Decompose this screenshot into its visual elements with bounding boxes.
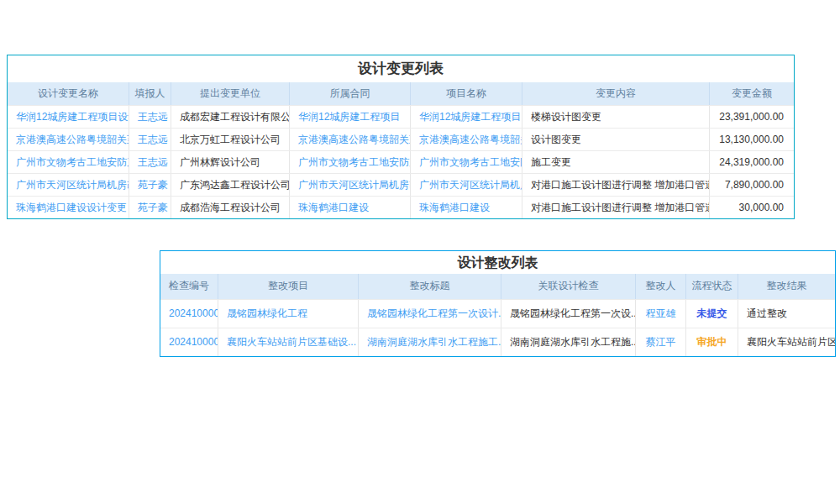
- change-name-link[interactable]: 华润12城房建工程项目设计...: [8, 106, 129, 128]
- table-row: 广州市天河区统计局机房改... 苑子豪 广东鸿达鑫工程设计公司 广州市天河区统计…: [8, 173, 794, 196]
- design-change-header-row: 设计变更名称 填报人 提出变更单位 所属合同 项目名称 变更内容 变更金额: [8, 82, 794, 105]
- design-rectify-header-row: 检查编号 整改项目 整改标题 关联设计检查 整改人 流程状态 整改结果: [160, 274, 835, 299]
- contract-link[interactable]: 华润12城房建工程项目: [289, 106, 410, 128]
- change-content-text: 楼梯设计图变更: [522, 106, 709, 128]
- change-name-link[interactable]: 珠海鹤港口建设设计变更: [8, 197, 129, 218]
- check-no-link[interactable]: 2024100002: [160, 300, 218, 328]
- proposing-unit-text: 成都宏建工程设计有限公司: [171, 106, 289, 128]
- change-amount-value: 7,890,000.00: [709, 174, 794, 196]
- proposing-unit-text: 广东鸿达鑫工程设计公司: [171, 174, 289, 196]
- related-check-text: 湖南洞庭湖水库引水工程施...: [501, 328, 635, 356]
- proposing-unit-text: 成都浩海工程设计公司: [171, 197, 289, 218]
- change-amount-value: 13,130,000.00: [709, 129, 794, 150]
- rectifier-link[interactable]: 程亚雄: [635, 300, 685, 328]
- rectify-project-link[interactable]: 襄阳火车站站前片区基础设...: [218, 328, 358, 356]
- col-header-change-amount: 变更金额: [709, 82, 794, 105]
- col-header-rectify-project: 整改项目: [218, 274, 358, 299]
- rectify-title-link[interactable]: 湖南洞庭湖水库引水工程施工...: [358, 328, 501, 356]
- col-header-change-content: 变更内容: [522, 82, 709, 105]
- proposing-unit-text: 北京万虹工程设计公司: [171, 129, 289, 150]
- design-change-list-title: 设计变更列表: [8, 55, 794, 82]
- col-header-rectify-result: 整改结果: [738, 274, 835, 299]
- rectify-title-link[interactable]: 晟铭园林绿化工程第一次设计...: [358, 300, 501, 328]
- table-row: 2024100001 襄阳火车站站前片区基础设... 湖南洞庭湖水库引水工程施工…: [160, 328, 835, 356]
- reporter-link[interactable]: 王志远: [129, 106, 171, 128]
- project-name-link[interactable]: 珠海鹤港口建设: [410, 197, 522, 218]
- table-row: 京港澳高速公路粤境韶关至... 王志远 北京万虹工程设计公司 京港澳高速公路粤境…: [8, 128, 794, 150]
- project-name-link[interactable]: 广州市天河区统计局机房改...: [410, 174, 522, 196]
- project-name-link[interactable]: 广州市文物考古工地安防系...: [410, 151, 522, 173]
- project-name-link[interactable]: 华润12城房建工程项目: [410, 106, 522, 128]
- change-amount-value: 23,391,000.00: [709, 106, 794, 128]
- col-header-rectifier: 整改人: [635, 274, 685, 299]
- rectify-project-link[interactable]: 晟铭园林绿化工程: [218, 300, 358, 328]
- col-header-related-check: 关联设计检查: [501, 274, 635, 299]
- rectify-result-text: 通过整改: [738, 300, 835, 328]
- rectify-result-text: 襄阳火车站站前片区...: [738, 328, 835, 356]
- col-header-contract: 所属合同: [289, 82, 410, 105]
- proposing-unit-text: 广州林辉设计公司: [171, 151, 289, 173]
- change-amount-value: 30,000.00: [709, 197, 794, 218]
- contract-link[interactable]: 珠海鹤港口建设: [289, 197, 410, 218]
- change-amount-value: 24,319,000.00: [709, 151, 794, 173]
- col-header-change-name: 设计变更名称: [8, 82, 129, 105]
- reporter-link[interactable]: 苑子豪: [129, 197, 171, 218]
- col-header-reporter: 填报人: [129, 82, 171, 105]
- design-change-list-panel: 设计变更列表 设计变更名称 填报人 提出变更单位 所属合同 项目名称 变更内容 …: [7, 55, 795, 219]
- change-content-text: 施工变更: [522, 151, 709, 173]
- col-header-flow-status: 流程状态: [685, 274, 738, 299]
- flow-status-badge: 审批中: [685, 328, 738, 356]
- reporter-link[interactable]: 苑子豪: [129, 174, 171, 196]
- table-row: 2024100002 晟铭园林绿化工程 晟铭园林绿化工程第一次设计... 晟铭园…: [160, 299, 835, 328]
- contract-link[interactable]: 广州市文物考古工地安防系...: [289, 151, 410, 173]
- table-row: 珠海鹤港口建设设计变更 苑子豪 成都浩海工程设计公司 珠海鹤港口建设 珠海鹤港口…: [8, 196, 794, 218]
- check-no-link[interactable]: 2024100001: [160, 328, 218, 356]
- contract-link[interactable]: 京港澳高速公路粤境韶关至...: [289, 129, 410, 150]
- change-name-link[interactable]: 广州市文物考古工地安防系...: [8, 151, 129, 173]
- rectifier-link[interactable]: 蔡江平: [635, 328, 685, 356]
- col-header-proposing-unit: 提出变更单位: [171, 82, 289, 105]
- col-header-project-name: 项目名称: [410, 82, 522, 105]
- change-name-link[interactable]: 京港澳高速公路粤境韶关至...: [8, 129, 129, 150]
- reporter-link[interactable]: 王志远: [129, 151, 171, 173]
- col-header-rectify-title: 整改标题: [358, 274, 501, 299]
- table-row: 广州市文物考古工地安防系... 王志远 广州林辉设计公司 广州市文物考古工地安防…: [8, 150, 794, 173]
- design-rectify-list-panel: 设计整改列表 检查编号 整改项目 整改标题 关联设计检查 整改人 流程状态 整改…: [160, 250, 836, 357]
- design-rectify-list-title: 设计整改列表: [160, 251, 835, 274]
- change-content-text: 对港口施工设计图进行调整 增加港口管道建设工程: [522, 174, 709, 196]
- table-row: 华润12城房建工程项目设计... 王志远 成都宏建工程设计有限公司 华润12城房…: [8, 105, 794, 128]
- related-check-text: 晟铭园林绿化工程第一次设...: [501, 300, 635, 328]
- col-header-check-no: 检查编号: [160, 274, 218, 299]
- contract-link[interactable]: 广州市天河区统计局机房改...: [289, 174, 410, 196]
- change-content-text: 设计图变更: [522, 129, 709, 150]
- reporter-link[interactable]: 王志远: [129, 129, 171, 150]
- change-content-text: 对港口施工设计图进行调整 增加港口管道建设工程: [522, 197, 709, 218]
- flow-status-badge: 未提交: [685, 300, 738, 328]
- change-name-link[interactable]: 广州市天河区统计局机房改...: [8, 174, 129, 196]
- project-name-link[interactable]: 京港澳高速公路粤境韶关至...: [410, 129, 522, 150]
